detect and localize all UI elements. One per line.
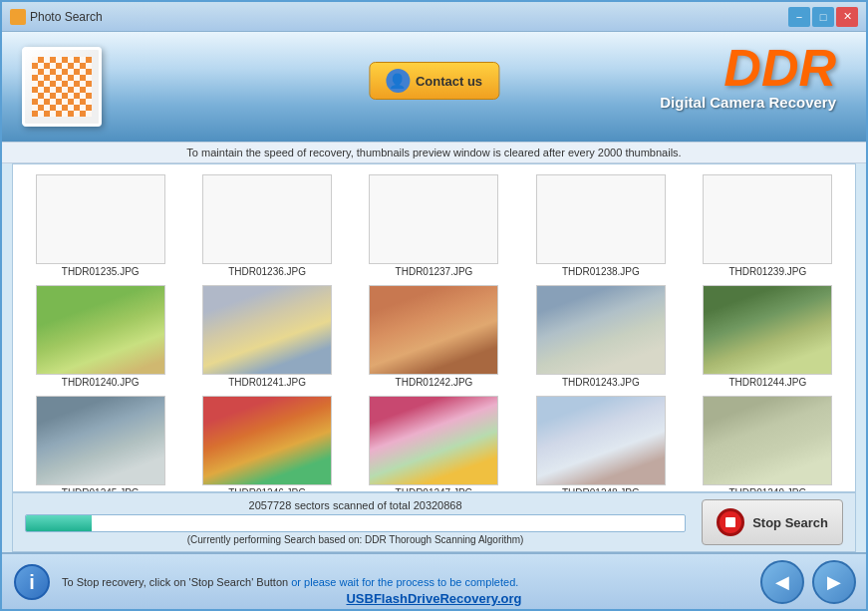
contact-button[interactable]: 👤 Contact us (369, 62, 499, 100)
thumb-label-8: THDR01242.JPG (396, 377, 473, 388)
progress-area: 2057728 sectors scanned of total 2032086… (12, 492, 856, 552)
thumb-label-5: THDR01239.JPG (728, 266, 806, 277)
thumb-label-4: THDR01238.JPG (562, 266, 640, 277)
thumb-img-1 (36, 174, 165, 264)
thumb-img-4 (536, 174, 666, 264)
info-icon: i (14, 564, 50, 600)
thumb-img-11 (36, 396, 165, 485)
header: 👤 Contact us DDR Digital Camera Recovery (2, 32, 866, 142)
thumb-label-13: THDR01247.JPG (396, 487, 473, 491)
thumb-label-3: THDR01237.JPG (396, 266, 473, 277)
thumb-cell-12[interactable]: THDR01246.JPG (183, 390, 350, 491)
footer-url[interactable]: USBFlashDriveRecovery.org (346, 591, 521, 606)
thumb-cell-14[interactable]: THDR01248.JPG (517, 390, 684, 491)
progress-text: 2057728 sectors scanned of total 2032086… (25, 499, 686, 511)
ddr-brand: DDR (660, 42, 836, 94)
thumb-label-14: THDR01248.JPG (562, 487, 640, 491)
thumb-label-9: THDR01243.JPG (562, 377, 640, 388)
contact-label: Contact us (416, 74, 482, 89)
thumb-cell-11[interactable]: THDR01245.JPG (17, 390, 183, 491)
thumbnail-grid[interactable]: THDR01235.JPG THDR01236.JPG THDR01237.JP… (13, 164, 855, 491)
thumb-label-15: THDR01249.JPG (728, 487, 806, 491)
thumb-img-6 (36, 285, 165, 375)
thumb-cell-10[interactable]: THDR01244.JPG (685, 279, 851, 390)
thumb-label-10: THDR01244.JPG (728, 377, 806, 388)
stop-search-label: Stop Search (752, 515, 828, 530)
info-text: To maintain the speed of recovery, thumb… (186, 147, 681, 158)
thumb-label-7: THDR01241.JPG (228, 377, 306, 388)
thumb-cell-4[interactable]: THDR01238.JPG (517, 168, 684, 279)
thumb-img-7 (202, 285, 332, 375)
window-title: Photo Search (30, 10, 103, 24)
thumb-img-10 (703, 285, 832, 375)
forward-button[interactable]: ▶ (812, 560, 856, 604)
progress-bar-fill (26, 515, 92, 531)
thumb-label-1: THDR01235.JPG (62, 266, 140, 277)
contact-icon: 👤 (386, 69, 410, 93)
maximize-button[interactable]: □ (812, 7, 834, 27)
back-button[interactable]: ◀ (760, 560, 804, 604)
footer-info-text: To Stop recovery, click on 'Stop Search'… (62, 576, 291, 588)
info-bar: To maintain the speed of recovery, thumb… (2, 142, 866, 163)
ddr-subtitle: Digital Camera Recovery (660, 94, 836, 111)
minimize-button[interactable]: − (788, 7, 810, 27)
app-icon (10, 9, 26, 25)
thumb-cell-3[interactable]: THDR01237.JPG (351, 168, 517, 279)
thumb-label-6: THDR01240.JPG (62, 377, 140, 388)
close-button[interactable]: ✕ (836, 7, 858, 27)
thumb-cell-6[interactable]: THDR01240.JPG (17, 279, 183, 390)
thumb-img-15 (703, 396, 832, 485)
thumb-img-2 (202, 174, 332, 264)
thumb-label-12: THDR01246.JPG (228, 487, 306, 491)
thumb-cell-5[interactable]: THDR01239.JPG (685, 168, 851, 279)
footer-link: or please wait for the process to be com… (291, 576, 518, 588)
progress-algo: (Currently performing Search based on: D… (25, 534, 686, 545)
footer-text: To Stop recovery, click on 'Stop Search'… (62, 576, 518, 588)
logo-image (32, 57, 92, 117)
thumb-cell-7[interactable]: THDR01241.JPG (183, 279, 350, 390)
thumb-label-2: THDR01236.JPG (228, 266, 306, 277)
stop-square (725, 517, 735, 527)
thumb-img-13 (369, 396, 498, 485)
thumb-img-3 (369, 174, 498, 264)
thumb-img-14 (536, 396, 666, 485)
thumb-cell-1[interactable]: THDR01235.JPG (17, 168, 183, 279)
thumb-cell-15[interactable]: THDR01249.JPG (685, 390, 851, 491)
thumb-cell-2[interactable]: THDR01236.JPG (183, 168, 350, 279)
progress-left: 2057728 sectors scanned of total 2032086… (25, 499, 686, 545)
thumb-label-11: THDR01245.JPG (62, 487, 140, 491)
footer-nav: ◀ ▶ (760, 560, 856, 604)
footer: i To Stop recovery, click on 'Stop Searc… (2, 552, 866, 610)
window-controls: − □ ✕ (788, 7, 858, 27)
title-bar: Photo Search − □ ✕ (2, 2, 866, 32)
progress-bar-container (25, 514, 686, 532)
thumb-cell-9[interactable]: THDR01243.JPG (517, 279, 684, 390)
thumbnail-panel: THDR01235.JPG THDR01236.JPG THDR01237.JP… (12, 163, 856, 492)
thumb-img-5 (703, 174, 832, 264)
thumb-cell-8[interactable]: THDR01242.JPG (351, 279, 517, 390)
thumb-img-12 (202, 396, 332, 485)
thumb-cell-13[interactable]: THDR01247.JPG (351, 390, 517, 491)
title-bar-left: Photo Search (10, 9, 103, 25)
ddr-logo: DDR Digital Camera Recovery (660, 42, 836, 111)
stop-icon (717, 508, 744, 536)
logo-box (22, 47, 102, 127)
thumb-img-8 (369, 285, 498, 375)
stop-search-button[interactable]: Stop Search (702, 499, 843, 545)
thumb-img-9 (536, 285, 666, 375)
